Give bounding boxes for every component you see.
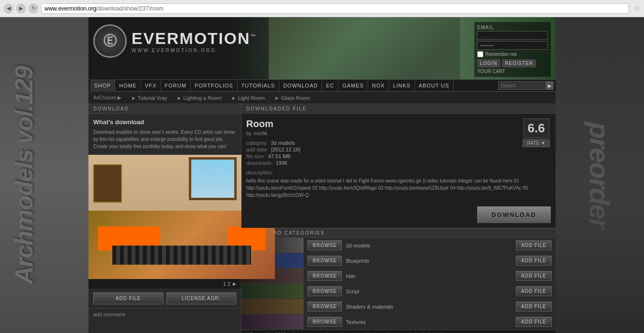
- page-wrapper: Archmodels vol.129 preorder Ⓔ EVER: [0, 17, 644, 333]
- url-path: /download/show/237/room: [97, 5, 164, 12]
- back-button[interactable]: ◀: [4, 4, 13, 13]
- download-header: DOWNLOAD: [88, 104, 241, 114]
- archmodels-label: Archmodels vol.129: [0, 17, 48, 333]
- browse-textures-button[interactable]: BROWSE: [307, 317, 342, 327]
- sofa-decoration: [556, 190, 644, 333]
- nav-about[interactable]: ABOUT US: [415, 79, 454, 92]
- logo-name: EVERMOTION: [131, 29, 251, 47]
- nav-home[interactable]: HOME: [115, 79, 141, 92]
- logo-sub-text: WWW.EVERMOTION.ORG: [131, 48, 257, 53]
- category-label: category:: [246, 140, 268, 146]
- tutorial-lighting-label: Lighting a Room: [183, 95, 221, 101]
- left-column: DOWNLOAD What's download Download enable…: [88, 104, 241, 333]
- register-button[interactable]: REGISTER: [502, 59, 536, 67]
- add-file-blueprints-button[interactable]: ADD FILE: [516, 256, 552, 266]
- downloaded-file-header: DOWNLOADED FILE: [241, 104, 556, 114]
- ad-choices[interactable]: AdChoices ▶: [93, 95, 121, 100]
- add-file-button[interactable]: ADD FILE: [93, 292, 164, 304]
- nav-download[interactable]: DOWNLOAD: [279, 79, 322, 92]
- nav-forum[interactable]: FORUM: [161, 79, 191, 92]
- cart-link[interactable]: YOUR CART: [477, 69, 548, 74]
- filesize-label: file size:: [246, 153, 265, 159]
- site-header: Ⓔ EVERMOTION™ WWW.EVERMOTION.ORG EMAIL: [88, 17, 556, 79]
- whats-title: What's download: [93, 118, 236, 126]
- nav-links[interactable]: LINKS: [389, 79, 415, 92]
- meta-downloads: downloads: 1996: [246, 160, 551, 166]
- add-file-3dmodels-button[interactable]: ADD FILE: [516, 240, 552, 250]
- browse-hdri-button[interactable]: BROWSE: [307, 271, 342, 281]
- image-controls: 1 2 ►: [88, 279, 241, 289]
- logo-icon: Ⓔ: [93, 24, 127, 58]
- right-sidebar: preorder: [556, 17, 644, 333]
- logo-text-area: EVERMOTION™ WWW.EVERMOTION.ORG: [131, 29, 257, 53]
- nav-ec[interactable]: EC: [322, 79, 338, 92]
- rate-button[interactable]: RATE ▼: [523, 139, 550, 147]
- add-file-script-button[interactable]: ADD FILE: [516, 286, 552, 296]
- email-input[interactable]: [477, 31, 548, 40]
- categories-header: DOWNLOAD CATEGORIES: [241, 228, 556, 238]
- category-thumb-script: [241, 284, 304, 299]
- category-row-shaders: BROWSE Shaders & materials ADD FILE: [241, 299, 556, 314]
- arrow-icon-3: ►: [231, 95, 237, 101]
- filesize-value: 47.51 MB: [268, 153, 291, 159]
- date-label: add date:: [246, 147, 268, 152]
- tutorial-light-room[interactable]: ► Light Room: [231, 95, 265, 101]
- remember-label: Remember me: [485, 52, 517, 57]
- right-column: DOWNLOADED FILE Room by morfik category:…: [241, 104, 556, 333]
- archmodels-text: Archmodels vol.129: [10, 66, 38, 284]
- rating-display: 6.6: [524, 118, 549, 138]
- remember-checkbox[interactable]: [477, 51, 483, 57]
- arrow-icon-2: ►: [177, 95, 182, 101]
- nav-games[interactable]: GAMES: [338, 79, 368, 92]
- add-comment-bar[interactable]: add comment: [88, 308, 241, 320]
- category-name-textures: Textures: [346, 319, 516, 325]
- browse-shaders-button[interactable]: BROWSE: [307, 301, 342, 312]
- nav-tutorials[interactable]: TUTORIALS: [238, 79, 280, 92]
- refresh-button[interactable]: ↻: [29, 4, 38, 13]
- tutorial-lighting[interactable]: ► Lighting a Room: [177, 95, 222, 101]
- add-file-hdri-button[interactable]: ADD FILE: [516, 271, 552, 281]
- arrow-icon: ►: [131, 95, 136, 101]
- room-author: by morfik: [246, 130, 551, 136]
- add-file-shaders-button[interactable]: ADD FILE: [516, 301, 552, 312]
- arrow-icon-4: ►: [274, 95, 280, 101]
- nav-portfolios[interactable]: PORTFOLIOS: [191, 79, 238, 92]
- room-title: Room: [246, 118, 551, 129]
- browse-script-button[interactable]: BROWSE: [307, 286, 342, 296]
- downloads-label: downloads:: [246, 160, 273, 166]
- login-button[interactable]: LOGIN: [477, 59, 500, 67]
- nav-shop[interactable]: SHOP: [90, 79, 115, 92]
- left-sidebar: Archmodels vol.129: [0, 17, 88, 333]
- whats-text: Download enables to show user's works. E…: [93, 129, 236, 150]
- category-value: 3d models: [271, 140, 295, 146]
- password-input[interactable]: [477, 41, 548, 50]
- nav-vfx[interactable]: VFX: [141, 79, 161, 92]
- footer-bar: ©Evermotion 2009 - all rights reserved -…: [241, 330, 556, 333]
- bookmark-star[interactable]: ☆: [633, 4, 640, 13]
- url-domain: www.evermotion.org: [44, 5, 97, 12]
- download-button[interactable]: DOWNLOAD: [477, 206, 551, 223]
- search-button[interactable]: ▶: [546, 81, 554, 90]
- rating-number: 6.6: [528, 121, 545, 135]
- license-button[interactable]: LICENSE AGR.: [166, 292, 237, 304]
- add-file-textures-button[interactable]: ADD FILE: [516, 317, 552, 327]
- content-area: DOWNLOAD What's download Download enable…: [88, 104, 556, 333]
- login-buttons: LOGIN REGISTER: [477, 59, 548, 67]
- forward-button[interactable]: ▶: [16, 4, 26, 13]
- image-counter: 1 2 ►: [223, 281, 237, 287]
- room-window: [189, 157, 237, 200]
- description-text: hello this scene was made for a video tu…: [246, 177, 551, 199]
- category-name-script: Script: [346, 289, 516, 294]
- image-section: 1 2 ►: [88, 155, 241, 289]
- nav-nox[interactable]: NOX: [368, 79, 389, 92]
- categories-list: BROWSE 3d models ADD FILE BROWSE Bluepri…: [241, 238, 556, 330]
- browse-blueprints-button[interactable]: BROWSE: [307, 256, 342, 266]
- tutorial-vray[interactable]: ► Tutorial Vray: [131, 95, 167, 101]
- category-row-blueprints: BROWSE Blueprints ADD FILE: [241, 253, 556, 269]
- logo-letter: Ⓔ: [103, 32, 117, 50]
- tutorial-glass-room[interactable]: ► Glass Room: [274, 95, 310, 101]
- browse-3dmodels-button[interactable]: BROWSE: [307, 240, 342, 250]
- address-bar[interactable]: www.evermotion.org /download/show/237/ro…: [41, 3, 629, 14]
- search-input[interactable]: [498, 81, 546, 90]
- rating-box: 6.6 RATE ▼: [523, 118, 550, 147]
